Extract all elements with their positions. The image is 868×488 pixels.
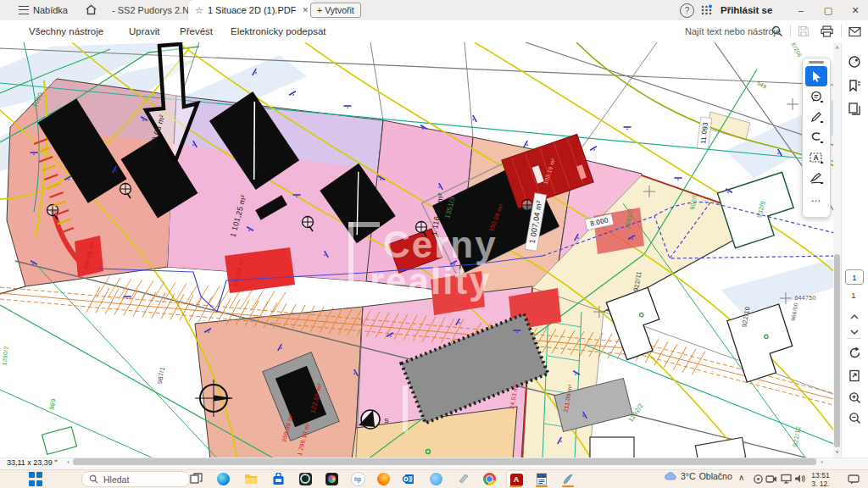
photos-app-icon[interactable] bbox=[323, 471, 340, 486]
map-label: 1290/2 bbox=[2, 346, 9, 366]
signature-pen-icon bbox=[810, 172, 823, 184]
ai-assistant-button[interactable] bbox=[845, 53, 864, 71]
home-button[interactable] bbox=[85, 3, 97, 19]
svg-text:989: 989 bbox=[47, 398, 57, 411]
scroll-left-arrow[interactable]: ‹ bbox=[64, 458, 72, 466]
quick-tools-palette: A … bbox=[802, 58, 831, 218]
minimize-button[interactable]: – bbox=[788, 0, 814, 20]
file-explorer-icon[interactable] bbox=[242, 471, 259, 486]
active-tab-label: 1 Situace 2D (1).PDF bbox=[208, 5, 297, 15]
comment-tool-button[interactable] bbox=[805, 86, 827, 107]
task-view-button[interactable] bbox=[187, 471, 204, 486]
pencil-tool-button[interactable] bbox=[805, 107, 827, 127]
map-label: S bbox=[384, 417, 389, 424]
convert-button[interactable]: Převést bbox=[180, 20, 213, 42]
rail-divider bbox=[847, 338, 861, 339]
help-button[interactable]: ? bbox=[680, 3, 694, 18]
tab-situace-active[interactable]: ☆ 1 Situace 2D (1).PDF ✕ bbox=[188, 0, 317, 20]
hidden-icons-chevron[interactable]: ∧ bbox=[738, 473, 744, 482]
zoom-out-button[interactable] bbox=[845, 408, 864, 427]
bookmarks-button[interactable] bbox=[845, 76, 864, 95]
weather-widget[interactable]: 3°C Oblačno bbox=[664, 471, 732, 481]
scroll-right-arrow[interactable]: › bbox=[818, 458, 826, 466]
paint-app-icon[interactable] bbox=[559, 471, 576, 486]
edge-icon[interactable] bbox=[214, 471, 231, 486]
rotate-page-button[interactable] bbox=[845, 343, 864, 362]
svg-text:E/206: E/206 bbox=[791, 42, 804, 58]
comment-icon bbox=[810, 91, 823, 103]
store-icon[interactable] bbox=[270, 471, 287, 486]
search-icon[interactable] bbox=[771, 25, 783, 41]
home-icon bbox=[85, 3, 97, 16]
zoom-in-button[interactable] bbox=[845, 388, 864, 407]
clock-date: 3. 12. 2025 bbox=[804, 480, 837, 488]
sign-in-button[interactable]: Přihlásit se bbox=[721, 0, 772, 20]
tab-pudorys[interactable]: - SS2 Pudorys 2.NP.pdf bbox=[108, 0, 200, 20]
palette-drag-handle[interactable] bbox=[809, 61, 824, 64]
taskbar-search[interactable]: Hledat bbox=[81, 471, 190, 487]
acrobat-icon: A bbox=[510, 474, 523, 486]
weather-cond: Oblačno bbox=[699, 471, 732, 481]
pdf-page-canvas[interactable]: Cerny reality 1 000,03 m²1 101,25 m²1 11… bbox=[0, 42, 834, 458]
edit-button[interactable]: Upravit bbox=[129, 20, 159, 42]
pages-icon bbox=[848, 102, 861, 115]
create-button[interactable]: + Vytvořit bbox=[310, 3, 361, 18]
svg-text:644750: 644750 bbox=[794, 295, 815, 301]
horizontal-scroll-thumb[interactable] bbox=[73, 458, 816, 465]
weather-temp: 3°C bbox=[681, 471, 696, 481]
scroll-up-arrow[interactable]: ˄ bbox=[833, 44, 841, 52]
fit-page-button[interactable] bbox=[845, 366, 864, 385]
app-icon-blue[interactable] bbox=[427, 471, 444, 486]
hp-app-icon[interactable]: hp bbox=[349, 471, 366, 486]
close-button[interactable]: ✕ bbox=[843, 0, 868, 20]
running-indicator bbox=[509, 485, 521, 487]
outlook-icon[interactable] bbox=[399, 471, 416, 486]
running-indicator bbox=[536, 485, 548, 487]
pencil-icon bbox=[810, 111, 823, 123]
print-icon[interactable] bbox=[821, 25, 833, 41]
search-placeholder: Hledat bbox=[103, 474, 129, 485]
app-icon-gray[interactable] bbox=[454, 471, 471, 486]
plus-icon: + bbox=[317, 5, 322, 15]
select-tool-button[interactable] bbox=[805, 66, 827, 86]
esign-button[interactable]: Elektronicky podepsat bbox=[231, 20, 326, 42]
sign-tool-button[interactable] bbox=[805, 168, 827, 188]
running-indicator bbox=[562, 485, 574, 487]
page-number-input[interactable]: 1 bbox=[845, 269, 864, 285]
camera-app-icon[interactable] bbox=[297, 471, 314, 486]
find-text-button[interactable]: Najít text nebo nástroje bbox=[685, 20, 781, 42]
map-label: 644750 bbox=[794, 295, 815, 301]
document-app-icon[interactable] bbox=[533, 471, 550, 486]
vertical-scroll-thumb[interactable] bbox=[834, 254, 840, 447]
zoom-out-icon bbox=[849, 412, 861, 424]
textbox-tool-button[interactable]: A bbox=[805, 147, 827, 168]
svg-text:987/1: 987/1 bbox=[156, 366, 166, 385]
cursor-icon bbox=[811, 70, 822, 82]
hamburger-icon bbox=[19, 6, 29, 14]
more-tools-button[interactable]: … bbox=[805, 188, 827, 208]
tab-close-icon[interactable]: ✕ bbox=[302, 6, 309, 14]
map-label: 11.093 bbox=[697, 117, 711, 149]
restore-button[interactable]: ▢ bbox=[815, 0, 841, 20]
notification-center-button[interactable] bbox=[845, 471, 862, 486]
acrobat-title-bar: Nabídka - SS2 Pudorys 2.NP.pdf ☆ 1 Situa… bbox=[0, 0, 868, 21]
draw-tool-button[interactable] bbox=[805, 127, 827, 147]
save-icon[interactable] bbox=[798, 25, 810, 41]
chrome-icon[interactable] bbox=[481, 471, 498, 486]
apps-grid-button[interactable] bbox=[700, 3, 713, 19]
page-thumbnails-button[interactable] bbox=[845, 99, 864, 118]
bookmark-icon bbox=[848, 79, 861, 92]
tools-all-button[interactable]: Všechny nástroje bbox=[29, 20, 103, 42]
star-icon[interactable]: ☆ bbox=[195, 5, 203, 16]
svg-text:A: A bbox=[813, 153, 818, 162]
zoom-in-icon bbox=[849, 391, 861, 404]
scroll-down-arrow[interactable]: ˅ bbox=[833, 448, 841, 456]
menu-button[interactable]: Nabídka bbox=[19, 0, 68, 20]
start-button[interactable] bbox=[29, 472, 43, 486]
chevron-up-icon bbox=[849, 313, 860, 320]
firefox-icon[interactable] bbox=[375, 471, 392, 486]
map-label: 549 bbox=[756, 80, 768, 90]
mail-icon[interactable] bbox=[849, 25, 861, 41]
map-label: 989 bbox=[47, 398, 57, 411]
clock-widget[interactable]: 13:51 3. 12. 2025 bbox=[804, 472, 837, 488]
